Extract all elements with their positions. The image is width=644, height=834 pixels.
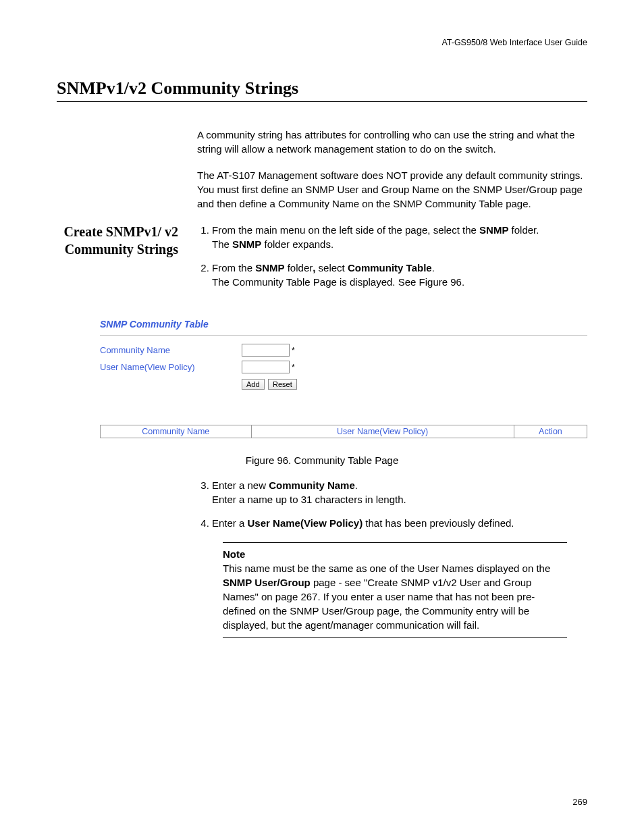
procedure-block: Create SNMPv1/ v2 Community Strings From…	[57, 223, 587, 298]
steps-continued: Enter a new Community Name. Enter a name…	[57, 478, 587, 638]
step-list: From the main menu on the left side of t…	[197, 223, 587, 289]
note-text-pre: This name must be the same as one of the…	[223, 563, 550, 574]
input-community-name[interactable]	[242, 344, 290, 357]
col-community-name: Community Name	[101, 425, 252, 438]
reset-button[interactable]: Reset	[268, 379, 297, 390]
input-user-name[interactable]	[242, 361, 290, 373]
figure-rule	[100, 335, 587, 336]
form-row-user: User Name(View Policy) *	[100, 361, 587, 373]
col-action: Action	[514, 425, 587, 438]
step-1: From the main menu on the left side of t…	[212, 223, 587, 251]
step-list-continued: Enter a new Community Name. Enter a name…	[197, 478, 587, 530]
figure-title: SNMP Community Table	[100, 319, 587, 330]
step-2: From the SNMP folder, select Community T…	[212, 261, 587, 289]
page-title: SNMPv1/v2 Community Strings	[57, 78, 587, 99]
community-table: Community Name User Name(View Policy) Ac…	[100, 425, 587, 438]
label-community-name: Community Name	[100, 345, 242, 355]
title-rule	[57, 101, 587, 102]
col-user-name: User Name(View Policy)	[251, 425, 514, 438]
intro-paragraph-2: The AT-S107 Management software does NOT…	[197, 168, 587, 211]
note-label: Note	[223, 547, 567, 561]
required-star: *	[292, 346, 295, 355]
add-button[interactable]: Add	[242, 379, 265, 390]
note-block: Note This name must be the same as one o…	[223, 542, 567, 638]
step-4: Enter a User Name(View Policy) that has …	[212, 516, 587, 530]
document-header: AT-GS950/8 Web Interface User Guide	[57, 38, 587, 47]
figure-button-row: Add Reset	[242, 377, 587, 390]
intro-block: A community string has attributes for co…	[57, 128, 587, 223]
figure-96: SNMP Community Table Community Name * Us…	[57, 319, 587, 438]
figure-caption: Figure 96. Community Table Page	[57, 454, 587, 466]
document-page: AT-GS950/8 Web Interface User Guide SNMP…	[0, 0, 644, 834]
step-3: Enter a new Community Name. Enter a name…	[212, 478, 587, 506]
form-row-community: Community Name *	[100, 344, 587, 357]
page-number: 269	[572, 797, 587, 807]
note-text-bold: SNMP User/Group	[223, 577, 311, 588]
intro-paragraph-1: A community string has attributes for co…	[197, 128, 587, 156]
label-user-name: User Name(View Policy)	[100, 362, 242, 372]
required-star: *	[292, 363, 295, 372]
side-heading: Create SNMPv1/ v2 Community Strings	[57, 223, 178, 258]
